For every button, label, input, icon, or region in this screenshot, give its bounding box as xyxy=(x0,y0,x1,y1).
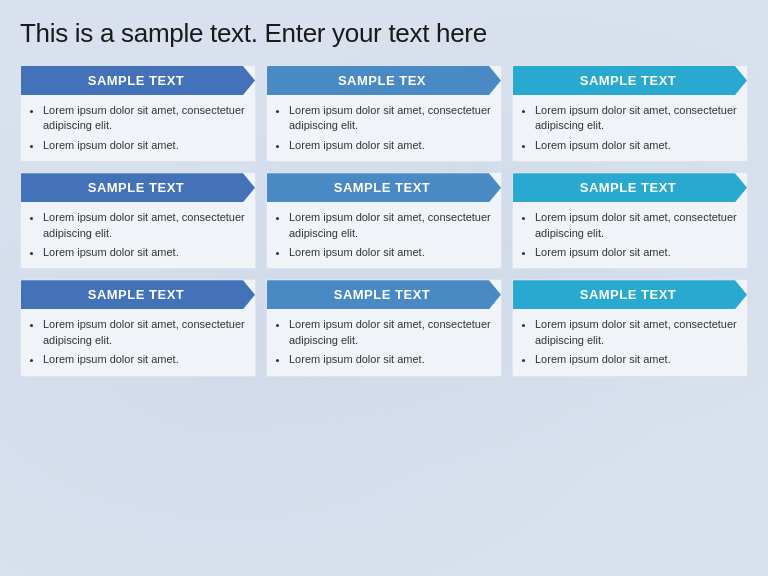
card-bullet1-9: Lorem ipsum dolor sit amet, consectetuer… xyxy=(535,317,737,348)
card-bullet2-1: Lorem ipsum dolor sit amet. xyxy=(43,138,245,153)
card-bullet1-8: Lorem ipsum dolor sit amet, consectetuer… xyxy=(289,317,491,348)
card-bullet1-7: Lorem ipsum dolor sit amet, consectetuer… xyxy=(43,317,245,348)
card-body-8: Lorem ipsum dolor sit amet, consectetuer… xyxy=(267,309,501,375)
card-header-4: SAMPLE TEXT xyxy=(21,173,255,202)
card-bullet2-2: Lorem ipsum dolor sit amet. xyxy=(289,138,491,153)
card-8: SAMPLE TEXT Lorem ipsum dolor sit amet, … xyxy=(266,279,502,376)
card-7: SAMPLE TEXT Lorem ipsum dolor sit amet, … xyxy=(20,279,256,376)
card-body-4: Lorem ipsum dolor sit amet, consectetuer… xyxy=(21,202,255,268)
card-bullet2-9: Lorem ipsum dolor sit amet. xyxy=(535,352,737,367)
card-bullet1-3: Lorem ipsum dolor sit amet, consectetuer… xyxy=(535,103,737,134)
card-bullet1-2: Lorem ipsum dolor sit amet, consectetuer… xyxy=(289,103,491,134)
card-header-5: SAMPLE TEXT xyxy=(267,173,501,202)
card-3: SAMPLE TEXT Lorem ipsum dolor sit amet, … xyxy=(512,65,748,162)
card-bullet2-6: Lorem ipsum dolor sit amet. xyxy=(535,245,737,260)
card-header-8: SAMPLE TEXT xyxy=(267,280,501,309)
card-body-5: Lorem ipsum dolor sit amet, consectetuer… xyxy=(267,202,501,268)
card-header-9: SAMPLE TEXT xyxy=(513,280,747,309)
card-bullet2-7: Lorem ipsum dolor sit amet. xyxy=(43,352,245,367)
card-bullet2-5: Lorem ipsum dolor sit amet. xyxy=(289,245,491,260)
card-body-1: Lorem ipsum dolor sit amet, consectetuer… xyxy=(21,95,255,161)
card-header-2: SAMPLE TEX xyxy=(267,66,501,95)
card-6: SAMPLE TEXT Lorem ipsum dolor sit amet, … xyxy=(512,172,748,269)
card-bullet2-4: Lorem ipsum dolor sit amet. xyxy=(43,245,245,260)
card-body-2: Lorem ipsum dolor sit amet, consectetuer… xyxy=(267,95,501,161)
card-4: SAMPLE TEXT Lorem ipsum dolor sit amet, … xyxy=(20,172,256,269)
card-header-6: SAMPLE TEXT xyxy=(513,173,747,202)
card-header-1: SAMPLE TEXT xyxy=(21,66,255,95)
card-body-3: Lorem ipsum dolor sit amet, consectetuer… xyxy=(513,95,747,161)
card-header-3: SAMPLE TEXT xyxy=(513,66,747,95)
card-bullet1-1: Lorem ipsum dolor sit amet, consectetuer… xyxy=(43,103,245,134)
card-bullet1-6: Lorem ipsum dolor sit amet, consectetuer… xyxy=(535,210,737,241)
page-title: This is a sample text. Enter your text h… xyxy=(20,18,748,49)
card-bullet1-5: Lorem ipsum dolor sit amet, consectetuer… xyxy=(289,210,491,241)
card-5: SAMPLE TEXT Lorem ipsum dolor sit amet, … xyxy=(266,172,502,269)
page-container: This is a sample text. Enter your text h… xyxy=(0,0,768,389)
card-grid: SAMPLE TEXT Lorem ipsum dolor sit amet, … xyxy=(20,65,748,377)
card-header-7: SAMPLE TEXT xyxy=(21,280,255,309)
card-bullet2-8: Lorem ipsum dolor sit amet. xyxy=(289,352,491,367)
card-9: SAMPLE TEXT Lorem ipsum dolor sit amet, … xyxy=(512,279,748,376)
card-body-6: Lorem ipsum dolor sit amet, consectetuer… xyxy=(513,202,747,268)
card-1: SAMPLE TEXT Lorem ipsum dolor sit amet, … xyxy=(20,65,256,162)
card-bullet1-4: Lorem ipsum dolor sit amet, consectetuer… xyxy=(43,210,245,241)
card-body-9: Lorem ipsum dolor sit amet, consectetuer… xyxy=(513,309,747,375)
card-bullet2-3: Lorem ipsum dolor sit amet. xyxy=(535,138,737,153)
card-2: SAMPLE TEX Lorem ipsum dolor sit amet, c… xyxy=(266,65,502,162)
card-body-7: Lorem ipsum dolor sit amet, consectetuer… xyxy=(21,309,255,375)
